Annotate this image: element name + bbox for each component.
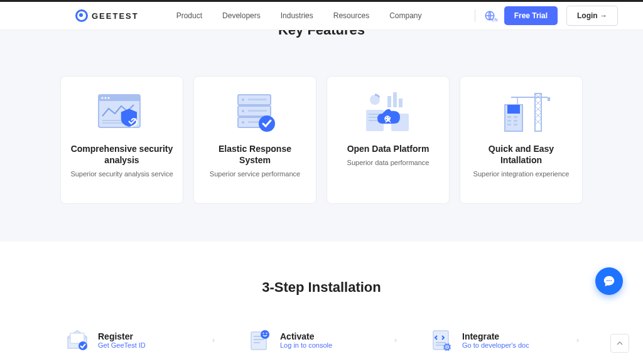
step-activate[interactable]: Activate Log in to console › [246,327,397,353]
main-nav: GEETEST Product Developers Industries Re… [0,2,643,30]
feature-title: Comprehensive security analysis [70,143,174,166]
step-text: Register Get GeeTest ID [98,331,205,349]
step-title: Activate [280,331,387,341]
svg-rect-44 [254,339,264,340]
svg-point-48 [266,333,267,334]
svg-point-54 [607,280,608,281]
features-section: Key Features Comprehensive security anal… [0,30,643,242]
svg-point-47 [263,333,264,334]
feature-card-data: Open Data Platform Superior data perform… [327,76,450,204]
svg-rect-22 [387,96,391,107]
nav-divider [475,9,475,22]
crane-construction-icon [490,88,553,138]
svg-point-4 [105,97,107,99]
feature-desc: Superior security analysis service [70,169,173,179]
step-title: Integrate [462,331,569,341]
chevron-right-icon: › [394,336,397,345]
svg-point-11 [242,99,244,101]
chevron-right-icon: › [576,336,579,345]
feature-card-security: Comprehensive security analysis Superior… [60,76,183,204]
cloud-data-icon [357,88,419,138]
feature-card-elastic: Elastic Response System Superior service… [193,76,316,204]
svg-point-5 [108,97,110,99]
svg-rect-36 [514,120,517,122]
logo-text: GEETEST [92,11,139,21]
step-desc: Log in to console [280,341,387,349]
logo[interactable]: GEETEST [75,9,139,22]
svg-point-55 [608,280,610,281]
nav-company[interactable]: Company [389,11,421,20]
svg-rect-24 [399,99,403,107]
feature-cards: Comprehensive security analysis Superior… [0,41,643,204]
svg-rect-14 [248,110,267,112]
feature-desc: Superior service performance [210,169,300,179]
svg-rect-34 [514,116,517,118]
svg-rect-35 [507,120,511,122]
scroll-top-button[interactable] [610,334,629,353]
svg-rect-37 [507,124,511,126]
svg-point-56 [610,280,612,281]
svg-rect-45 [254,342,260,343]
step-title: Register [98,331,205,341]
svg-rect-32 [507,105,520,114]
step-text: Activate Log in to console [280,331,387,349]
svg-point-15 [242,121,244,124]
svg-rect-33 [507,116,511,118]
step-register[interactable]: Register Get GeeTest ID › [64,327,215,353]
step-integrate[interactable]: Integrate Go to developer's doc › [428,327,579,353]
svg-point-13 [242,110,244,112]
nav-items: Product Developers Industries Resources … [176,11,422,20]
document-gear-icon [428,327,455,353]
nav-right: Free Trial Login → [475,6,618,26]
feature-desc: Superior integration experience [473,169,570,179]
chevron-right-icon: › [212,336,215,345]
step-desc: Go to developer's doc [462,341,569,349]
features-heading: Key Features [0,30,643,41]
feature-card-install: Quick and Easy Intallation Superior inte… [460,76,583,204]
svg-rect-39 [548,97,550,101]
svg-rect-38 [514,124,517,126]
server-stack-icon [224,88,286,138]
analytics-dashboard-icon [90,88,153,138]
install-heading: 3-Step Installation [0,279,643,296]
nav-product[interactable]: Product [176,11,202,20]
feature-title: Elastic Response System [203,143,307,166]
step-text: Integrate Go to developer's doc [462,331,569,349]
nav-industries[interactable]: Industries [281,11,313,20]
nav-resources[interactable]: Resources [333,11,369,20]
logo-icon [75,9,88,22]
svg-rect-50 [436,342,446,343]
language-icon[interactable] [484,10,495,21]
svg-rect-12 [248,99,267,100]
install-section: 3-Step Installation Register Get GeeTest… [0,242,643,364]
install-steps: Register Get GeeTest ID › Activate L [0,327,643,353]
svg-point-46 [261,330,269,339]
feature-title: Open Data Platform [347,143,430,154]
envelope-icon [64,327,90,353]
svg-point-3 [102,97,104,99]
document-smile-icon [246,327,273,353]
chat-button[interactable] [595,267,623,295]
feature-desc: Superior data performance [347,158,430,168]
svg-rect-51 [436,345,443,346]
svg-rect-21 [369,120,377,121]
nav-developers[interactable]: Developers [222,11,261,20]
step-desc: Get GeeTest ID [98,341,205,349]
svg-rect-23 [393,92,397,107]
feature-title: Quick and Easy Intallation [469,143,573,166]
login-button[interactable]: Login → [566,6,618,26]
svg-point-41 [78,341,87,350]
free-trial-button[interactable]: Free Trial [504,6,558,25]
